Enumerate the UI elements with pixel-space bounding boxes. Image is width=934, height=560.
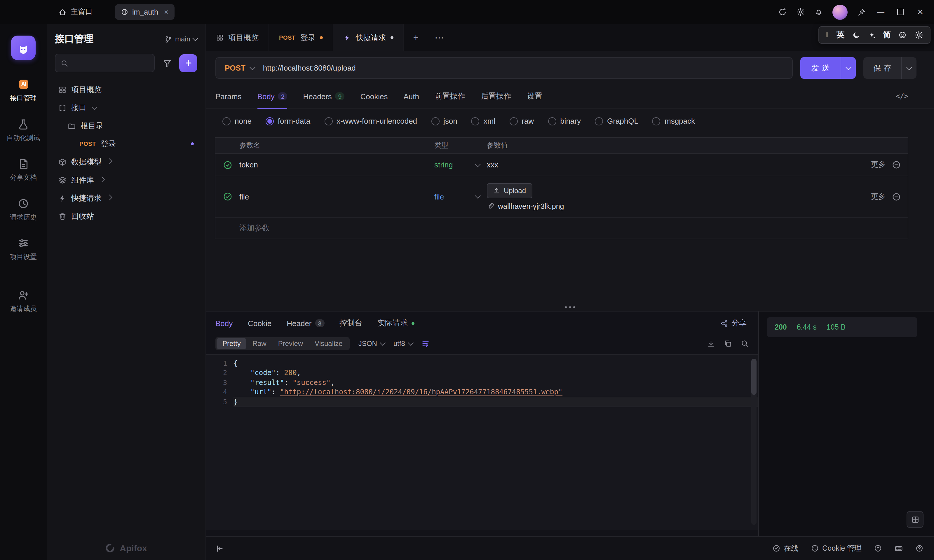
doc-tab-login[interactable]: POST 登录 <box>269 24 334 51</box>
param-name-cell[interactable]: file <box>239 192 434 201</box>
param-type-select[interactable]: string <box>434 160 487 169</box>
sidebar-item-login-api[interactable]: POST 登录 <box>47 135 205 153</box>
code-view-toggle-icon[interactable]: </> <box>896 92 908 100</box>
add-param-row[interactable]: 添加参数 <box>216 218 908 238</box>
sidebar-item-root-folder[interactable]: 根目录 <box>47 117 205 135</box>
emoji-smiley-icon[interactable] <box>899 31 906 39</box>
add-new-button[interactable] <box>179 54 197 72</box>
view-pretty[interactable]: Pretty <box>217 338 247 349</box>
body-type-graphql[interactable]: GraphQL <box>595 117 638 125</box>
tab-body[interactable]: Body 2 <box>257 84 288 109</box>
sparkle-punctuation-icon[interactable] <box>868 31 875 39</box>
rail-item-api-management[interactable]: 接口管理 <box>0 78 47 103</box>
user-avatar[interactable] <box>832 5 848 20</box>
doc-tab-project-overview[interactable]: 项目概览 <box>206 24 269 51</box>
rail-item-invite-members[interactable]: 邀请成员 <box>0 289 47 313</box>
window-tab-im-auth[interactable]: im_auth × <box>115 4 174 20</box>
ime-simplified-toggle[interactable]: 简 <box>883 30 891 40</box>
rail-item-request-history[interactable]: 请求历史 <box>0 198 47 222</box>
enabled-check-icon[interactable] <box>223 160 232 169</box>
param-value-cell[interactable]: xxx <box>487 160 854 169</box>
notifications-bell-icon[interactable] <box>810 4 826 20</box>
ime-settings-gear-icon[interactable] <box>914 30 923 40</box>
upgrade-button[interactable] <box>874 544 882 552</box>
share-button[interactable]: 分享 <box>720 318 747 328</box>
view-visualize[interactable]: Visualize <box>309 338 348 349</box>
moon-icon[interactable] <box>852 31 860 39</box>
search-input[interactable] <box>55 54 155 72</box>
view-preview[interactable]: Preview <box>272 338 309 349</box>
editor-scrollbar[interactable] <box>751 359 757 525</box>
body-type-raw[interactable]: raw <box>509 117 534 125</box>
row-more-button[interactable]: 更多 <box>871 192 886 202</box>
sidebar-item-data-models[interactable]: 数据模型 <box>47 153 205 171</box>
format-select[interactable]: JSON <box>358 340 385 348</box>
filter-icon[interactable] <box>159 55 174 71</box>
search-icon[interactable] <box>741 340 749 348</box>
param-type-select[interactable]: file <box>434 192 487 201</box>
param-name-cell[interactable]: token <box>239 160 434 169</box>
layout-toggle-button[interactable] <box>906 511 923 528</box>
tab-post-operations[interactable]: 后置操作 <box>481 84 512 109</box>
rail-item-share-docs[interactable]: 分享文档 <box>0 158 47 182</box>
ime-drag-handle[interactable]: ‖ <box>825 31 829 39</box>
tab-cookies[interactable]: Cookies <box>361 84 388 109</box>
tab-overflow-menu[interactable]: ⋯ <box>428 24 451 51</box>
copy-icon[interactable] <box>724 340 732 348</box>
close-window-button[interactable]: ✕ <box>911 4 929 20</box>
sidebar-item-recycle-bin[interactable]: 回收站 <box>47 207 205 225</box>
tab-auth[interactable]: Auth <box>403 84 419 109</box>
scrollbar-thumb[interactable] <box>751 359 757 395</box>
panel-splitter-handle[interactable] <box>206 303 934 311</box>
maximize-button[interactable] <box>891 4 909 20</box>
body-type-x-www-form-urlencoded[interactable]: x-www-form-urlencoded <box>324 117 417 125</box>
tab-pre-operations[interactable]: 前置操作 <box>435 84 465 109</box>
sidebar-item-apis[interactable]: 接口 <box>47 98 205 117</box>
body-type-xml[interactable]: xml <box>472 117 495 125</box>
pin-icon[interactable] <box>854 4 870 20</box>
attached-file[interactable]: wallhaven-yjr3lk.png <box>487 202 854 210</box>
remove-row-icon[interactable] <box>892 192 901 201</box>
home-window-button[interactable]: 主窗口 <box>59 7 92 17</box>
save-options-caret[interactable] <box>901 57 917 79</box>
sidebar-item-project-overview[interactable]: 项目概览 <box>47 80 205 98</box>
upload-button[interactable]: Upload <box>487 183 532 198</box>
sidebar-item-quick-request[interactable]: 快捷请求 <box>47 189 205 207</box>
response-tab-cookie[interactable]: Cookie <box>248 319 271 328</box>
refresh-icon[interactable] <box>774 4 791 20</box>
cookie-manager-button[interactable]: Cookie 管理 <box>811 543 862 553</box>
response-tab-header[interactable]: Header3 <box>287 319 324 328</box>
tab-headers[interactable]: Headers 9 <box>303 84 345 109</box>
send-button[interactable]: 发送 <box>800 57 856 79</box>
sidebar-item-component-library[interactable]: 组件库 <box>47 171 205 189</box>
response-tab-actual-request[interactable]: 实际请求 <box>378 318 414 328</box>
remove-row-icon[interactable] <box>892 160 901 169</box>
url-input[interactable]: http://localhost:8080/upload <box>263 63 356 72</box>
tab-params[interactable]: Params <box>216 84 242 109</box>
body-type-msgpack[interactable]: msgpack <box>652 117 695 125</box>
collapse-sidebar-icon[interactable] <box>216 544 224 553</box>
online-status[interactable]: 在线 <box>772 543 798 553</box>
download-icon[interactable] <box>707 340 715 348</box>
body-type-none[interactable]: none <box>222 117 251 125</box>
encoding-select[interactable]: utf8 <box>393 340 413 348</box>
save-button[interactable]: 保存 <box>863 57 917 79</box>
body-type-form-data[interactable]: form-data <box>266 117 310 125</box>
tab-settings[interactable]: 设置 <box>527 84 542 109</box>
new-tab-button[interactable]: + <box>404 24 428 51</box>
rail-item-auto-test[interactable]: 自动化测试 <box>0 118 47 142</box>
minimize-button[interactable]: — <box>872 4 889 20</box>
body-type-json[interactable]: json <box>431 117 457 125</box>
branch-selector[interactable]: main <box>165 35 197 43</box>
send-options-caret[interactable] <box>841 57 856 79</box>
shortcuts-button[interactable] <box>894 544 903 553</box>
row-more-button[interactable]: 更多 <box>871 160 886 170</box>
method-select[interactable]: POST <box>216 63 263 72</box>
response-tab-body[interactable]: Body <box>216 319 233 328</box>
response-tab-console[interactable]: 控制台 <box>339 318 362 328</box>
settings-gear-icon[interactable] <box>792 4 809 20</box>
response-body-editor[interactable]: 12345 { "code": 200, "result": "success"… <box>206 354 758 530</box>
app-logo[interactable] <box>11 35 35 60</box>
tab-close-icon[interactable]: × <box>164 8 168 16</box>
enabled-check-icon[interactable] <box>223 192 232 201</box>
